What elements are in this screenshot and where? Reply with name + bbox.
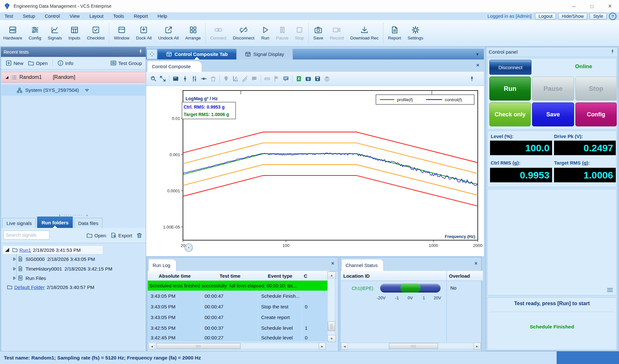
chevron-right-icon[interactable]: [13, 267, 16, 271]
scroll-right-button[interactable]: ►: [474, 343, 481, 350]
signals-button[interactable]: Signals: [45, 20, 65, 46]
run-log-row[interactable]: 3:42:55 PM00:00:37Schedule level1: [148, 323, 327, 334]
expander-icon[interactable]: [4, 247, 10, 253]
scroll-right-button[interactable]: ►: [319, 343, 326, 350]
settings-button[interactable]: Settings: [404, 20, 427, 46]
search-input[interactable]: [4, 230, 49, 240]
tab-list-dropdown[interactable]: ▼: [475, 52, 479, 57]
menu-layout[interactable]: Layout: [89, 14, 103, 19]
tab-control-composite-tab[interactable]: Control Composite Tab: [158, 49, 237, 59]
panel-view-icon[interactable]: [172, 75, 179, 82]
save-button[interactable]: Save: [310, 20, 326, 46]
hide-show-button[interactable]: Hide/Show: [558, 13, 587, 20]
col-location-id[interactable]: Location ID: [341, 271, 449, 281]
layers-icon[interactable]: [324, 75, 330, 82]
scroll-up-button[interactable]: ▲: [327, 272, 336, 279]
run-log-row[interactable]: 3:43:05 PM00:00:47Schedule Finish...: [148, 291, 327, 302]
info-button[interactable]: Info: [57, 60, 73, 66]
zoom-expand-icon[interactable]: [159, 75, 166, 82]
check-only-button[interactable]: Check only: [489, 102, 531, 126]
col-test-time[interactable]: Test time: [202, 271, 258, 281]
chevron-down-icon[interactable]: [85, 88, 89, 92]
pin-icon[interactable]: [610, 49, 615, 54]
run-log-row[interactable]: 3:43:05 PM00:00:47Create report: [148, 312, 327, 323]
cursor-vertical-icon[interactable]: [182, 75, 188, 82]
expander-icon[interactable]: [5, 75, 9, 80]
tree-item-run-files[interactable]: Run Files: [13, 274, 48, 282]
menu-control[interactable]: Control: [45, 14, 60, 19]
disconnect-button[interactable]: Disconnect: [489, 60, 531, 75]
col-absolute-time[interactable]: Absolute time: [148, 271, 202, 281]
minimize-button[interactable]: ─: [565, 0, 583, 12]
undock-all-button[interactable]: Undock All: [155, 20, 182, 46]
help-button[interactable]: ?: [609, 13, 616, 20]
new-test-button[interactable]: New: [5, 60, 23, 66]
snapshot-camera-icon[interactable]: [305, 75, 312, 82]
pin-icon[interactable]: [469, 76, 475, 82]
menu-tools[interactable]: Tools: [113, 14, 124, 19]
ruler-icon[interactable]: [264, 75, 271, 82]
scatter-axes-icon[interactable]: [232, 75, 239, 82]
move-tab-button[interactable]: [147, 49, 157, 59]
pen-off-icon[interactable]: [241, 75, 248, 82]
close-icon[interactable]: ×: [331, 261, 334, 266]
open-run-button[interactable]: Open: [86, 232, 106, 239]
tab-run-folders[interactable]: Run folders: [37, 217, 72, 228]
hardware-button[interactable]: Hardware: [0, 20, 26, 46]
maximize-button[interactable]: □: [583, 0, 601, 12]
scroll-down-button[interactable]: ▼: [327, 335, 336, 342]
chevron-right-icon[interactable]: [13, 276, 16, 280]
tab-channel-status[interactable]: Channel Status: [341, 259, 384, 271]
tab-live-signals[interactable]: Live signals: [2, 218, 36, 228]
run-button[interactable]: Run: [489, 77, 531, 101]
save-image-icon[interactable]: [314, 75, 321, 82]
hamburger-menu-icon[interactable]: [607, 287, 613, 293]
tab-run-log[interactable]: Run Log: [148, 259, 176, 271]
download-rec-button[interactable]: Download Rec: [347, 20, 382, 46]
vertical-scroll-thumb[interactable]: [328, 321, 335, 331]
tab-signal-display[interactable]: Signal Display: [237, 49, 293, 59]
export-excel-icon[interactable]: [295, 75, 302, 82]
horizontal-scroll-thumb[interactable]: [156, 343, 240, 349]
arrange-button[interactable]: Arrange: [182, 20, 204, 46]
col-overload[interactable]: Overload: [446, 271, 483, 281]
pin-icon[interactable]: [138, 49, 143, 54]
recent-test-item-random1[interactable]: Random1 [Random]: [2, 72, 145, 83]
config-button[interactable]: Config: [575, 102, 617, 126]
delete-trace-icon[interactable]: [210, 75, 217, 82]
logout-button[interactable]: Logout: [535, 13, 556, 20]
trash-icon[interactable]: [136, 232, 143, 239]
menu-report[interactable]: Report: [134, 14, 148, 19]
cursor-horizontal-icon[interactable]: [200, 75, 207, 82]
tree-item-timehistory0001[interactable]: TimeHistory0001 2/18/2026 3:42:15 PM: [13, 264, 112, 273]
run-log-row[interactable]: 3:43:05 PM00:00:47Stop the test0: [148, 301, 327, 312]
run1-link[interactable]: Run1: [19, 247, 31, 253]
test-group-button[interactable]: Test Group: [110, 60, 142, 66]
cursor-dual-icon[interactable]: [191, 75, 198, 82]
style-button[interactable]: Style: [590, 13, 607, 20]
save-button[interactable]: Save: [532, 102, 574, 126]
tree-item-run1[interactable]: Run1 2/18/2026 3:41:53 PM: [2, 245, 103, 254]
flag-icon[interactable]: [273, 75, 280, 82]
tree-item-system[interactable]: System (SYS_2597504): [2, 85, 145, 96]
window-button[interactable]: Window: [111, 20, 133, 46]
stop-button[interactable]: Stop: [575, 77, 617, 101]
close-icon[interactable]: ×: [475, 261, 477, 266]
control-composite-chart[interactable]: 0.010.0010.00011.00E-052010010002000LogM…: [146, 86, 484, 256]
menu-setup[interactable]: Setup: [23, 14, 35, 19]
close-icon[interactable]: ×: [476, 62, 479, 69]
pause-button[interactable]: Pause: [532, 77, 574, 101]
tab-data-files[interactable]: Data files: [74, 218, 103, 228]
close-button[interactable]: ✕: [601, 0, 619, 12]
dock-all-button[interactable]: Dock All: [133, 20, 155, 46]
checklist-button[interactable]: Checklist: [84, 20, 108, 46]
menu-help[interactable]: Help: [157, 14, 167, 19]
run-log-row[interactable]: 3:42:45 PM00:00:27Schedule level0: [148, 333, 327, 342]
splitter-handle[interactable]: ▵·········▵: [1, 213, 146, 217]
export-button[interactable]: Export: [110, 232, 132, 239]
comment-icon[interactable]: [251, 75, 258, 82]
col-event-type[interactable]: Event type: [258, 271, 302, 281]
note-icon[interactable]: [283, 75, 289, 82]
report-button[interactable]: Report: [385, 20, 404, 46]
run-button[interactable]: Run: [258, 20, 273, 46]
